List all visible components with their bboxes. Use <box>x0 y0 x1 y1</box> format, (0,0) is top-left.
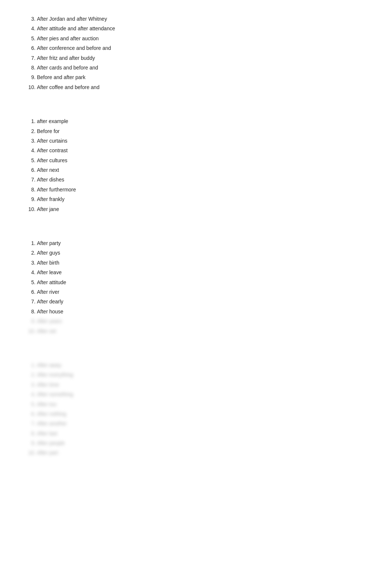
section-spacer <box>22 106 370 117</box>
list-item: After too <box>37 400 370 408</box>
list-section-1: After Jordan and after WhitneyAfter atti… <box>22 15 370 91</box>
list-section-4: After awayAfter everythingAfter timeAfte… <box>22 361 370 457</box>
list-item: After another <box>37 419 370 428</box>
ordered-list-4: After awayAfter everythingAfter timeAfte… <box>22 361 370 457</box>
list-item: After guys <box>37 249 370 257</box>
list-item: After party <box>37 239 370 247</box>
list-item: After something <box>37 390 370 398</box>
ordered-list-1: After Jordan and after WhitneyAfter atti… <box>22 15 370 91</box>
list-item: after example <box>37 117 370 125</box>
list-item: After house <box>37 307 370 316</box>
list-item: After nothing <box>37 410 370 418</box>
list-item: After contrast <box>37 146 370 154</box>
list-item: After time <box>37 381 370 389</box>
list-item: After dearly <box>37 297 370 306</box>
list-item: After pies and after auction <box>37 34 370 42</box>
list-item: After Jordan and after Whitney <box>37 15 370 23</box>
ordered-list-2: after exampleBefore forAfter curtainsAft… <box>22 117 370 213</box>
list-item: After next <box>37 166 370 174</box>
list-item: After part <box>37 449 370 457</box>
list-item: After frankly <box>37 195 370 203</box>
ordered-list-3: After partyAfter guysAfter birthAfter le… <box>22 239 370 335</box>
list-item: After birth <box>37 259 370 267</box>
list-item: After everything <box>37 371 370 379</box>
list-item: After dishes <box>37 176 370 184</box>
list-section-3: After partyAfter guysAfter birthAfter le… <box>22 239 370 335</box>
section-spacer <box>22 228 370 239</box>
list-item: After coffee and before and <box>37 83 370 91</box>
list-item: After river <box>37 288 370 296</box>
list-section-2: after exampleBefore forAfter curtainsAft… <box>22 117 370 213</box>
page-content: After Jordan and after WhitneyAfter atti… <box>22 15 370 457</box>
list-item: After people <box>37 439 370 447</box>
list-item: After cultures <box>37 156 370 164</box>
list-item: Before for <box>37 127 370 135</box>
list-item: After cards and before and <box>37 64 370 72</box>
section-spacer <box>22 350 370 361</box>
list-item: After curtains <box>37 137 370 145</box>
list-item: After away <box>37 361 370 369</box>
list-item: After attitude and after attendance <box>37 24 370 33</box>
list-item: After furthermore <box>37 186 370 194</box>
list-item: After leave <box>37 268 370 276</box>
list-item: After attitude <box>37 278 370 286</box>
list-item: After set <box>37 327 370 335</box>
list-item: After last <box>37 429 370 438</box>
list-item: After years <box>37 317 370 325</box>
list-item: After conference and before and <box>37 44 370 52</box>
list-item: Before and after park <box>37 73 370 81</box>
list-item: After fritz and after buddy <box>37 54 370 62</box>
list-item: After jane <box>37 205 370 213</box>
